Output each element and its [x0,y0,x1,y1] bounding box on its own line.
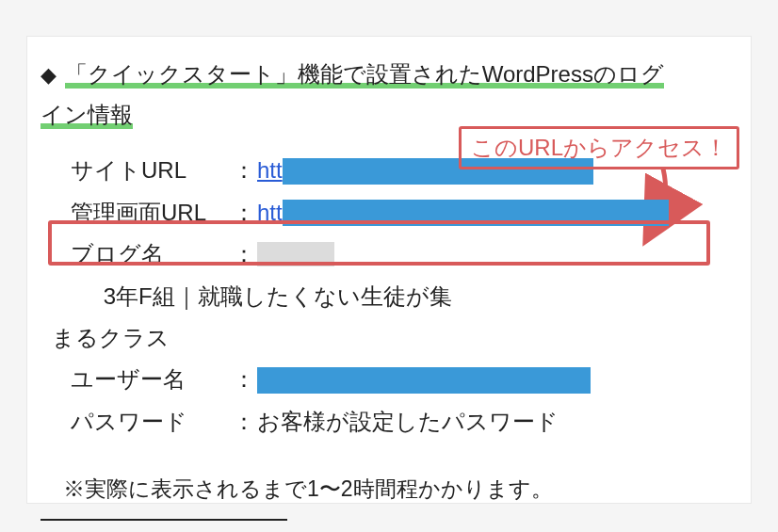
colon: ： [231,192,257,234]
label-username: ユーザー名 [52,359,231,400]
colon: ： [231,359,257,400]
label-site-url: サイトURL [52,150,231,191]
label-blog-name: ブログ名 [52,234,231,275]
footnote: ※実際に表示されるまで1〜2時間程かかります。 [41,475,737,504]
value-blog-name-wrap: まるクラス [52,317,737,359]
document-card: ◆ 「クイックスタート」機能で設置されたWordPressのログ イン情報 この… [26,36,752,504]
colon: ： [231,234,257,275]
callout-text: このURLからアクセス！ [471,135,727,160]
redacted-admin-url [283,200,669,226]
label-password: パスワード [52,401,231,443]
link-admin-url[interactable]: htt [257,192,283,234]
callout-box: このURLからアクセス！ [459,126,739,169]
value-blog-name-part1: 3年F組｜就職したくない生徒が集 [52,276,452,317]
link-site-url[interactable]: htt [257,150,283,191]
redacted-username [257,367,591,394]
divider [41,519,287,521]
colon: ： [231,150,257,191]
heading-line2: イン情報 [41,102,133,129]
row-username: ユーザー名 ： [52,359,737,400]
diamond-icon: ◆ [41,56,57,94]
redacted-blog-prefix [257,242,334,266]
section-heading: ◆ 「クイックスタート」機能で設置されたWordPressのログ イン情報 [41,54,737,135]
row-admin-url: 管理画面URL ： htt [52,192,737,234]
value-password: お客様が設定したパスワード [257,401,559,443]
heading-line1: 「クイックスタート」機能で設置されたWordPressのログ [65,61,664,89]
label-admin-url: 管理画面URL [52,192,231,234]
row-password: パスワード ： お客様が設定したパスワード [52,401,737,443]
colon: ： [231,401,257,443]
info-list: サイトURL ： htt 管理画面URL ： htt ブログ名 ： 3年F組｜就… [41,150,737,443]
row-blog-name: ブログ名 ： 3年F組｜就職したくない生徒が集 [52,234,737,317]
